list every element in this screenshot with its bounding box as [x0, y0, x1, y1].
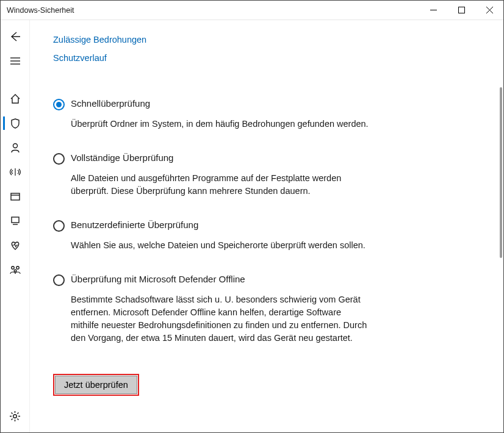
titlebar: Windows-Sicherheit	[1, 1, 503, 20]
allowed-threats-link[interactable]: Zulässige Bedrohungen	[53, 35, 485, 45]
option-quick-scan[interactable]: Schnellüberprüfung Überprüft Ordner im S…	[53, 98, 370, 131]
home-icon[interactable]	[3, 91, 27, 107]
main-content: Zulässige Bedrohungen Schutzverlauf Schn…	[30, 20, 503, 432]
protection-history-link[interactable]: Schutzverlauf	[53, 53, 485, 63]
svg-point-7	[13, 144, 17, 148]
option-title: Benutzerdefinierte Überprüfung	[71, 220, 198, 230]
scan-now-button[interactable]: Jetzt überprüfen	[55, 376, 137, 394]
option-desc: Bestimmte Schadsoftware lässt sich u. U.…	[71, 293, 370, 345]
option-desc: Alle Dateien und ausgeführten Programme …	[71, 172, 370, 198]
scrollbar[interactable]	[496, 20, 503, 432]
svg-point-15	[13, 414, 17, 418]
back-icon[interactable]	[3, 29, 27, 45]
device-health-icon[interactable]	[3, 237, 27, 253]
option-desc: Überprüft Ordner im System, in dem häufi…	[71, 118, 370, 131]
account-icon[interactable]	[3, 140, 27, 156]
svg-point-13	[16, 267, 18, 269]
menu-icon[interactable]	[3, 53, 27, 69]
firewall-icon[interactable]	[3, 164, 27, 180]
app-control-icon[interactable]	[3, 188, 27, 204]
scrollbar-thumb[interactable]	[500, 87, 502, 258]
svg-point-14	[14, 270, 16, 272]
option-full-scan[interactable]: Vollständige Überprüfung Alle Dateien un…	[53, 152, 370, 198]
option-desc: Wählen Sie aus, welche Dateien und Speic…	[71, 239, 370, 252]
option-title: Vollständige Überprüfung	[71, 152, 173, 163]
scan-now-highlight: Jetzt überprüfen	[53, 374, 139, 396]
sidebar	[1, 20, 30, 432]
option-title: Schnellüberprüfung	[71, 98, 150, 109]
radio-icon[interactable]	[53, 153, 65, 165]
svg-rect-8	[11, 193, 20, 200]
svg-rect-1	[458, 7, 464, 13]
maximize-button[interactable]	[447, 1, 475, 20]
option-title: Überprüfung mit Microsoft Defender Offli…	[71, 274, 245, 284]
device-security-icon[interactable]	[3, 213, 27, 229]
family-icon[interactable]	[3, 262, 27, 277]
radio-icon[interactable]	[53, 220, 65, 232]
option-custom-scan[interactable]: Benutzerdefinierte Überprüfung Wählen Si…	[53, 220, 370, 252]
close-button[interactable]	[475, 1, 503, 20]
radio-icon[interactable]	[53, 274, 65, 286]
settings-icon[interactable]	[3, 408, 27, 424]
shield-icon[interactable]	[3, 115, 27, 131]
svg-point-12	[11, 267, 13, 269]
option-offline-scan[interactable]: Überprüfung mit Microsoft Defender Offli…	[53, 274, 370, 345]
window-title: Windows-Sicherheit	[7, 6, 74, 15]
radio-icon[interactable]	[53, 99, 65, 110]
minimize-button[interactable]	[419, 1, 447, 20]
svg-rect-10	[12, 217, 19, 223]
scan-options: Schnellüberprüfung Überprüft Ordner im S…	[53, 98, 370, 345]
